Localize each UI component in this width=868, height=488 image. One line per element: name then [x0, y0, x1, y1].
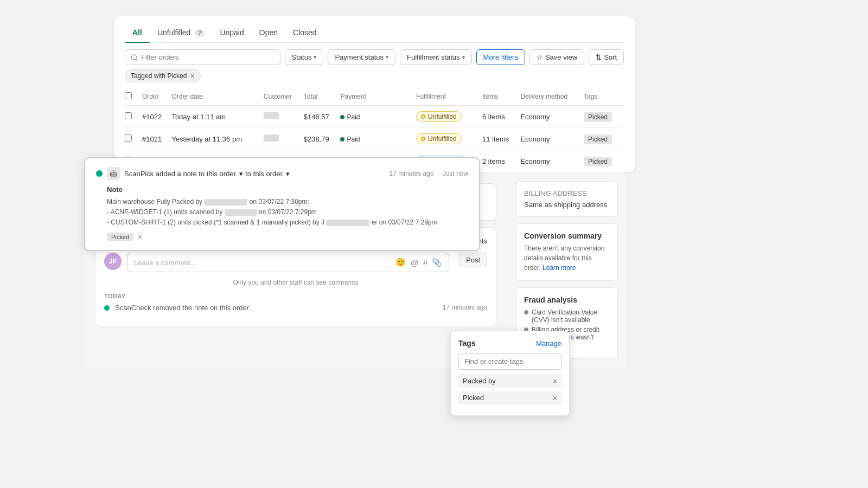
fulfillment-badge: Unfulfilled: [416, 111, 462, 122]
fulfillment-badge: Unfulfilled: [416, 133, 462, 144]
note-dot: [96, 170, 103, 177]
remove-filter-icon[interactable]: ×: [190, 72, 194, 80]
tags-popup-title: Tags: [458, 339, 476, 348]
billing-address-card: BILLING ADDRESS Same as shipping address: [516, 181, 618, 217]
comment-input-box[interactable]: Leave a comment... 🙂 @ # 📎: [127, 253, 449, 272]
orders-panel: All Unfulfilled 7 Unpaid Open Closed Sta…: [114, 16, 635, 172]
customer-name: [264, 128, 304, 150]
col-items: Items: [482, 88, 520, 106]
note-just-now: Just now: [443, 170, 468, 177]
order-date: Yesterday at 11:36 pm: [171, 128, 263, 150]
delivery-method: Economy: [520, 128, 584, 150]
tags-popup: Tags Manage Packed by × Picked ×: [450, 331, 570, 416]
remove-tag-button[interactable]: ×: [138, 233, 142, 241]
billing-title: BILLING ADDRESS: [524, 189, 610, 197]
picked-tag: Picked: [107, 233, 133, 241]
manage-tags-link[interactable]: Manage: [536, 339, 561, 348]
note-text: Main warehouse Fully Packed by on 03/07/…: [107, 197, 468, 228]
timeline-events: TODAY ScanCheck removed the note on this…: [104, 293, 487, 312]
customer-name: [264, 106, 304, 128]
payment-status: Paid: [340, 128, 416, 150]
sort-icon: ⇅: [596, 53, 602, 61]
user-avatar: JP: [104, 253, 122, 270]
search-icon: [131, 54, 138, 61]
payment-chevron-icon: ▾: [386, 54, 388, 60]
tab-unfulfilled[interactable]: Unfulfilled 7: [150, 23, 213, 42]
learn-more-link[interactable]: Learn more: [542, 264, 576, 272]
blurred-name-1: [204, 199, 247, 206]
col-fulfillment: Fulfillment: [416, 88, 482, 106]
search-input[interactable]: [141, 53, 275, 61]
mention-icon[interactable]: @: [410, 258, 418, 267]
comment-area: JP Leave a comment... 🙂 @ # 📎 Post: [104, 253, 487, 272]
order-tabs: All Unfulfilled 7 Unpaid Open Closed: [125, 16, 624, 43]
tagged-with-picked-filter[interactable]: Tagged with Picked ×: [125, 69, 201, 82]
table-row[interactable]: #1022 Today at 1:11 am $146.57 Paid Unfu…: [125, 106, 624, 128]
remove-packed-by-tag[interactable]: ×: [553, 377, 557, 385]
emoji-icon[interactable]: 🙂: [395, 258, 406, 267]
tab-unpaid[interactable]: Unpaid: [212, 23, 251, 42]
scancheck-event: ScanCheck removed the note on this order…: [104, 304, 487, 312]
tab-all[interactable]: All: [125, 23, 150, 42]
fulfillment-chevron-icon: ▾: [462, 54, 465, 60]
order-tag: Picked: [584, 128, 624, 150]
tab-open[interactable]: Open: [252, 23, 285, 42]
status-chevron-icon: ▾: [314, 54, 316, 60]
orders-toolbar: Status ▾ Payment status ▾ Fulfillment st…: [125, 43, 624, 69]
billing-value: Same as shipping address: [524, 201, 610, 209]
attachment-icon[interactable]: 📎: [432, 258, 442, 267]
order-number[interactable]: #1022: [142, 106, 171, 128]
col-order: Order: [142, 88, 171, 106]
save-view-button[interactable]: ☆ Save view: [529, 49, 584, 65]
payment-badge: Paid: [340, 113, 360, 121]
order-tag: Picked: [584, 150, 624, 172]
item-count: 11 items: [482, 128, 520, 150]
status-filter-btn[interactable]: Status ▾: [285, 49, 324, 65]
col-payment: Payment: [340, 88, 416, 106]
row-checkbox[interactable]: [125, 134, 132, 142]
remove-picked-tag[interactable]: ×: [553, 394, 557, 402]
more-filters-button[interactable]: More filters: [476, 49, 525, 65]
select-all-checkbox[interactable]: [125, 92, 132, 99]
conversion-text: There aren't any conversion details avai…: [524, 243, 610, 273]
search-box[interactable]: [125, 49, 280, 65]
svg-line-1: [136, 59, 137, 60]
tags-search-input[interactable]: [458, 353, 561, 370]
item-count: 6 items: [482, 106, 520, 128]
blurred-name-3: [326, 220, 369, 226]
order-tag: Picked: [584, 106, 624, 128]
col-tags: Tags: [584, 88, 624, 106]
tag-item-packed-by: Packed by ×: [458, 374, 561, 388]
fulfillment-status: Unfulfilled: [416, 106, 482, 128]
comments-privacy-note: Only you and other staff can see comment…: [104, 279, 487, 286]
bullet-icon: [524, 310, 528, 314]
payment-status-filter-btn[interactable]: Payment status ▾: [328, 49, 395, 65]
conversion-summary-card: Conversion summary There aren't any conv…: [516, 223, 618, 281]
conversion-title: Conversion summary: [524, 232, 610, 240]
order-total: $146.57: [304, 106, 341, 128]
col-delivery: Delivery method: [520, 88, 584, 106]
fulfillment-status-filter-btn[interactable]: Fulfillment status ▾: [400, 49, 472, 65]
fraud-title: Fraud analysis: [524, 296, 610, 304]
fulfillment-status: Unfulfilled: [416, 128, 482, 150]
timeline-dot: [104, 305, 110, 311]
blurred-name-2: [225, 209, 257, 216]
col-total: Total: [304, 88, 341, 106]
note-title: Note: [107, 185, 468, 194]
delivery-method: Economy: [520, 106, 584, 128]
note-footer: Picked ×: [107, 233, 468, 241]
sort-button[interactable]: ⇅ Sort: [589, 49, 624, 65]
post-button[interactable]: Post: [459, 253, 487, 267]
row-checkbox[interactable]: [125, 112, 132, 119]
order-total: $238.79: [304, 128, 341, 150]
tags-popup-header: Tags Manage: [458, 339, 561, 348]
payment-badge: Paid: [340, 136, 360, 143]
note-box: Note Main warehouse Fully Packed by on 0…: [107, 185, 468, 228]
table-row[interactable]: #1021 Yesterday at 11:36 pm $238.79 Paid…: [125, 128, 624, 150]
col-customer: Customer: [264, 88, 304, 106]
hashtag-icon[interactable]: #: [423, 258, 427, 267]
order-number[interactable]: #1021: [142, 128, 171, 150]
note-overlay-card: 🤖 ScanPick added a note to this order. ▾…: [84, 157, 480, 251]
tab-closed[interactable]: Closed: [285, 23, 324, 42]
note-header: 🤖 ScanPick added a note to this order. ▾…: [96, 167, 468, 180]
